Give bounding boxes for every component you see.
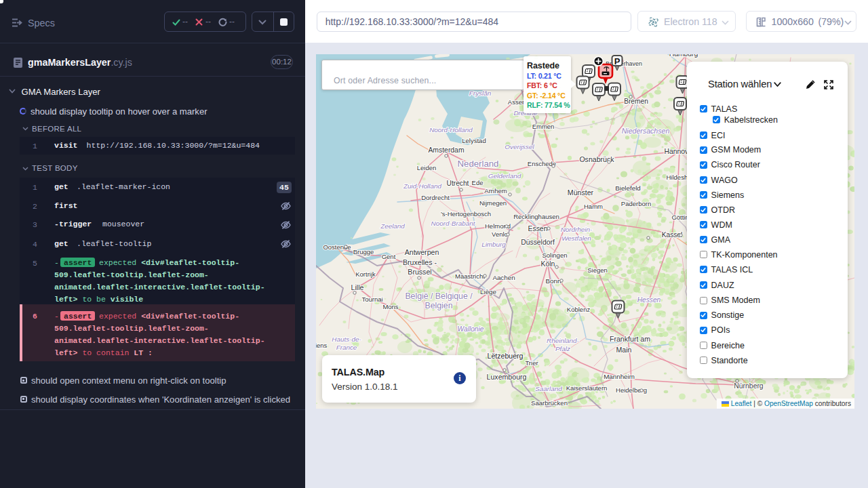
svg-text:België / Belgique /: België / Belgique / — [405, 291, 473, 301]
svg-text:Recklinghausen: Recklinghausen — [513, 213, 559, 220]
svg-text:Luxembourg: Luxembourg — [487, 373, 527, 381]
svg-text:Bremen: Bremen — [624, 98, 648, 105]
svg-text:Frankfurt am: Frankfurt am — [610, 335, 650, 343]
svg-text:Münster: Münster — [568, 188, 594, 197]
svg-text:Ede: Ede — [472, 179, 484, 186]
svg-text:Essen: Essen — [528, 225, 548, 232]
svg-text:Aachen: Aachen — [492, 274, 515, 281]
svg-text:Gelderland: Gelderland — [488, 172, 521, 180]
svg-text:Leiden: Leiden — [417, 164, 437, 171]
svg-text:Amsterdam: Amsterdam — [428, 146, 464, 154]
svg-text:Saarbrücken: Saarbrücken — [531, 399, 568, 407]
svg-text:Kaiserslautern: Kaiserslautern — [566, 384, 608, 392]
svg-text:Main: Main — [616, 346, 632, 354]
svg-text:Pfalz: Pfalz — [555, 345, 570, 352]
svg-text:Tournai: Tournai — [361, 296, 382, 303]
svg-text:Bremerhaven: Bremerhaven — [606, 60, 642, 67]
svg-text:Belgien: Belgien — [425, 301, 452, 310]
svg-text:Paderborn: Paderborn — [621, 200, 651, 207]
svg-text:Trier: Trier — [525, 359, 538, 367]
svg-text:Antwerpen: Antwerpen — [405, 248, 439, 256]
svg-text:Hamburg: Hamburg — [669, 54, 698, 58]
svg-text:France: France — [336, 344, 357, 351]
svg-text:Overijssel: Overijssel — [505, 143, 534, 150]
svg-text:Köln: Köln — [541, 260, 555, 268]
svg-text:Nederland: Nederland — [458, 159, 499, 169]
svg-text:Dordrecht: Dordrecht — [421, 194, 450, 201]
svg-text:niens: niens — [316, 342, 328, 349]
svg-text:Siegen: Siegen — [587, 266, 608, 274]
svg-text:Saarland: Saarland — [535, 385, 562, 392]
svg-text:Liège: Liège — [480, 288, 497, 296]
svg-text:Nijmegen: Nijmegen — [479, 199, 507, 207]
svg-text:Venlo: Venlo — [492, 230, 508, 238]
svg-text:Zeeland: Zeeland — [380, 222, 405, 230]
svg-text:Fryslân: Fryslân — [469, 89, 492, 97]
svg-text:Nordrhein-: Nordrhein- — [561, 226, 593, 233]
svg-text:Wallonie: Wallonie — [458, 325, 484, 333]
svg-text:Mons: Mons — [382, 303, 398, 310]
svg-text:Hessen: Hessen — [637, 296, 661, 304]
svg-text:Lille: Lille — [351, 283, 364, 291]
svg-text:Westfalen: Westfalen — [561, 235, 591, 242]
svg-text:Niedersachsen: Niedersachsen — [622, 127, 670, 135]
svg-text:Noord-Brabant: Noord-Brabant — [431, 220, 476, 227]
svg-text:Nürnberg: Nürnberg — [734, 382, 764, 390]
svg-text:Zuid-Holland: Zuid-Holland — [403, 182, 441, 190]
svg-text:Hamm: Hamm — [584, 203, 603, 210]
svg-text:Mannheim: Mannheim — [604, 373, 635, 380]
svg-text:Düsseldorf: Düsseldorf — [521, 239, 555, 246]
svg-text:Hauts-de-: Hauts-de- — [332, 336, 361, 343]
svg-text:Bielefeld: Bielefeld — [615, 184, 641, 192]
svg-text:Noord-Holland: Noord-Holland — [429, 126, 473, 134]
svg-text:Koblenz: Koblenz — [567, 306, 591, 313]
svg-text:Bonn: Bonn — [546, 277, 561, 285]
svg-text:Lelystad: Lelystad — [462, 137, 486, 144]
svg-text:Bruxelles -: Bruxelles - — [403, 258, 437, 266]
svg-text:Lëtzebuerg: Lëtzebuerg — [487, 352, 523, 360]
svg-text:'s-Hertogenbosch: 's-Hertogenbosch — [441, 210, 491, 218]
svg-text:Arnhem: Arnhem — [484, 187, 507, 195]
svg-text:Brugge: Brugge — [353, 248, 374, 256]
svg-text:Emmen: Emmen — [532, 123, 555, 130]
svg-text:Solingen: Solingen — [542, 251, 568, 259]
svg-text:Gent: Gent — [382, 253, 396, 260]
svg-text:Kortrijk: Kortrijk — [355, 270, 376, 278]
svg-text:Utrecht: Utrecht — [447, 180, 469, 187]
svg-text:Rheinland-: Rheinland- — [547, 337, 579, 344]
svg-text:Limburg: Limburg — [481, 241, 506, 248]
svg-text:Brussel: Brussel — [408, 268, 431, 276]
svg-text:Maastricht: Maastricht — [455, 272, 485, 280]
